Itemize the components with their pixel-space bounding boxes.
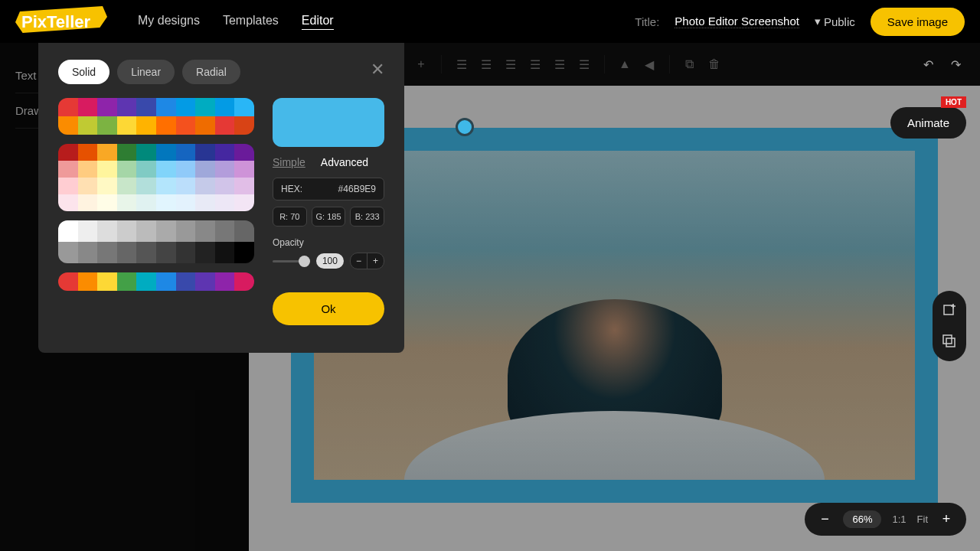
fill-tab-solid[interactable]: Solid	[58, 60, 109, 84]
color-swatch[interactable]	[156, 116, 176, 135]
color-swatch[interactable]	[176, 194, 196, 211]
color-swatch[interactable]	[234, 116, 254, 135]
color-swatch[interactable]	[117, 178, 137, 194]
color-swatch[interactable]	[176, 116, 196, 135]
color-swatch[interactable]	[176, 220, 196, 242]
color-swatch[interactable]	[117, 144, 137, 161]
title-value[interactable]: Photo Editor Screenshot	[675, 15, 799, 28]
close-icon[interactable]: ✕	[371, 60, 384, 80]
nav-my-designs[interactable]: My designs	[138, 14, 200, 30]
opacity-minus-button[interactable]: −	[351, 253, 368, 269]
slider-thumb[interactable]	[299, 256, 310, 267]
color-swatch[interactable]	[156, 178, 176, 194]
nav-editor[interactable]: Editor	[302, 14, 334, 30]
color-swatch[interactable]	[234, 194, 254, 211]
logo[interactable]: PixTeller	[15, 6, 115, 37]
color-swatch[interactable]	[215, 98, 235, 116]
color-swatch[interactable]	[215, 272, 235, 291]
color-swatch[interactable]	[58, 194, 78, 211]
align-bottom-icon[interactable]: ☰	[575, 55, 593, 73]
align-left-icon[interactable]: ☰	[452, 55, 471, 73]
zoom-in-button[interactable]: +	[939, 511, 954, 527]
color-swatch[interactable]	[97, 194, 117, 211]
color-swatch[interactable]	[195, 194, 215, 211]
fill-tab-linear[interactable]: Linear	[117, 60, 175, 84]
ok-button[interactable]: Ok	[273, 292, 384, 325]
color-swatch[interactable]	[97, 242, 117, 263]
color-swatch[interactable]	[234, 272, 254, 291]
color-swatch[interactable]	[78, 220, 98, 242]
color-swatch[interactable]	[117, 220, 137, 242]
color-swatch[interactable]	[176, 144, 196, 161]
color-swatch[interactable]	[234, 220, 254, 242]
zoom-value[interactable]: 66%	[843, 510, 881, 528]
color-swatch[interactable]	[176, 161, 196, 178]
color-swatch[interactable]	[78, 116, 98, 135]
color-swatch[interactable]	[234, 144, 254, 161]
color-swatch[interactable]	[195, 116, 215, 135]
color-swatch[interactable]	[97, 116, 117, 135]
color-swatch[interactable]	[97, 220, 117, 242]
color-swatch[interactable]	[136, 98, 156, 116]
color-swatch[interactable]	[78, 161, 98, 178]
color-swatch[interactable]	[156, 272, 176, 291]
opacity-plus-button[interactable]: +	[368, 253, 384, 269]
color-swatch[interactable]	[97, 178, 117, 194]
color-swatch[interactable]	[234, 161, 254, 178]
align-right-icon[interactable]: ☰	[501, 55, 520, 73]
align-middle-icon[interactable]: ☰	[550, 55, 569, 73]
mode-tab-advanced[interactable]: Advanced	[321, 156, 368, 168]
color-swatch[interactable]	[97, 98, 117, 116]
color-swatch[interactable]	[136, 242, 156, 263]
color-swatch[interactable]	[117, 194, 137, 211]
g-input[interactable]: G: 185	[312, 207, 346, 227]
color-swatch[interactable]	[78, 242, 98, 263]
color-swatch[interactable]	[136, 116, 156, 135]
color-swatch[interactable]	[97, 144, 117, 161]
color-swatch[interactable]	[215, 178, 235, 194]
color-swatch[interactable]	[215, 161, 235, 178]
color-swatch[interactable]	[58, 220, 78, 242]
hex-input[interactable]: HEX: #46B9E9	[273, 178, 384, 201]
color-swatch[interactable]	[58, 116, 78, 135]
color-swatch[interactable]	[215, 144, 235, 161]
r-input[interactable]: R: 70	[273, 207, 307, 227]
color-swatch[interactable]	[78, 144, 98, 161]
color-swatch[interactable]	[58, 178, 78, 194]
history-redo-icon[interactable]: ↷	[946, 55, 965, 73]
color-swatch[interactable]	[215, 242, 235, 263]
b-input[interactable]: B: 233	[350, 207, 384, 227]
zoom-ratio-button[interactable]: 1:1	[892, 514, 906, 525]
zoom-plus-icon[interactable]: +	[412, 55, 430, 73]
color-swatch[interactable]	[58, 242, 78, 263]
color-swatch[interactable]	[58, 161, 78, 178]
color-swatch[interactable]	[136, 194, 156, 211]
fill-tab-radial[interactable]: Radial	[182, 60, 240, 84]
save-image-button[interactable]: Save image	[871, 8, 965, 36]
color-swatch[interactable]	[136, 161, 156, 178]
history-undo-icon[interactable]: ↶	[919, 55, 937, 73]
color-swatch[interactable]	[195, 242, 215, 263]
color-swatch[interactable]	[136, 220, 156, 242]
color-swatch[interactable]	[136, 272, 156, 291]
color-swatch[interactable]	[234, 98, 254, 116]
nav-templates[interactable]: Templates	[223, 14, 279, 30]
color-swatch[interactable]	[58, 144, 78, 161]
color-swatch[interactable]	[215, 194, 235, 211]
flip-v-icon[interactable]: ◀	[640, 55, 658, 73]
color-swatch[interactable]	[78, 194, 98, 211]
color-swatch[interactable]	[195, 220, 215, 242]
color-swatch[interactable]	[78, 98, 98, 116]
color-swatch[interactable]	[156, 242, 176, 263]
color-swatch[interactable]	[215, 220, 235, 242]
color-swatch[interactable]	[156, 161, 176, 178]
color-swatch[interactable]	[176, 178, 196, 194]
color-swatch[interactable]	[156, 194, 176, 211]
zoom-out-button[interactable]: −	[817, 511, 832, 527]
duplicate-icon[interactable]: ⧉	[681, 55, 699, 73]
delete-icon[interactable]: 🗑	[705, 55, 724, 73]
color-swatch[interactable]	[117, 98, 137, 116]
color-swatch[interactable]	[195, 144, 215, 161]
color-swatch[interactable]	[58, 272, 78, 291]
color-swatch[interactable]	[117, 272, 137, 291]
